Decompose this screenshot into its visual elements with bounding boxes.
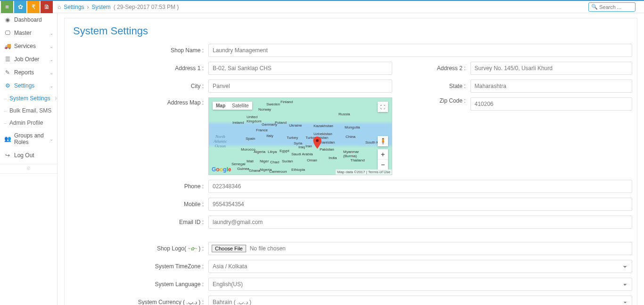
label-currency: System Currency ( .د.ب ) :	[69, 299, 208, 305]
map-zoom-out[interactable]: −	[378, 160, 388, 170]
map-type-tabs: Map Satellite	[213, 102, 252, 110]
choose-file-button[interactable]: Choose File	[212, 245, 246, 252]
input-phone[interactable]	[208, 180, 632, 193]
breadcrumb-settings[interactable]: Settings	[64, 4, 84, 10]
label-address1: Address 1 :	[69, 65, 208, 72]
sidebar-collapse-button[interactable]: ⧀	[0, 164, 57, 174]
label-zip: Zip Code :	[421, 97, 471, 104]
quick-actions: ≡ ✿ ₹ 🗎	[0, 1, 54, 13]
label-city: City :	[69, 83, 208, 89]
chevron-down-icon: ⌄	[50, 44, 53, 49]
main-content: System Settings Shop Name : Address 1 : …	[58, 13, 644, 305]
nav-dashboard[interactable]: ◉Dashboard	[0, 13, 57, 26]
input-city[interactable]	[208, 80, 392, 93]
label-shop-logo: Shop Logo( ~✿~ ) :	[69, 245, 208, 252]
dashboard-icon: ◉	[4, 16, 11, 23]
select-timezone[interactable]: Asia / Kolkata	[208, 260, 632, 273]
label-address2: Address 2 :	[421, 65, 471, 72]
label-timezone: System TimeZone :	[69, 263, 208, 270]
chevron-down-icon: ⌄	[50, 31, 53, 36]
quick-action-3[interactable]: ₹	[27, 1, 40, 13]
search-icon: 🔍	[591, 4, 598, 10]
chevron-down-icon: ⌄	[50, 83, 53, 88]
select-language[interactable]: English(US)	[208, 278, 632, 291]
home-icon[interactable]: ⌂	[58, 4, 61, 10]
sub-admin-profile[interactable]: Admin Profile	[0, 117, 57, 129]
breadcrumb-system[interactable]: System	[92, 4, 111, 10]
gear-icon: ⚙	[4, 82, 11, 89]
truck-icon: 🚚	[4, 43, 11, 49]
nav-joborder[interactable]: ☰Job Order⌄	[0, 53, 57, 66]
label-address-map: Address Map :	[69, 97, 208, 106]
topbar: ≡ ✿ ₹ 🗎 ⌂ Settings › System ( 29-Sep-201…	[0, 0, 644, 13]
map-marker-icon	[313, 136, 320, 143]
edit-icon: ✎	[4, 69, 11, 76]
label-language: System Language :	[69, 281, 208, 288]
nav-settings[interactable]: ⚙Settings⌄	[0, 79, 57, 92]
label-state: State :	[421, 83, 471, 89]
label-mobile: Mobile :	[69, 201, 208, 208]
label-phone: Phone :	[69, 183, 208, 190]
select-currency[interactable]: Bahrain ( .د.ب )	[208, 296, 632, 305]
map-tab-satellite[interactable]: Satellite	[229, 102, 252, 110]
map-zoom-in[interactable]: +	[378, 149, 388, 160]
nav-services[interactable]: 🚚Services⌄	[0, 40, 57, 53]
sidebar: ◉Dashboard 🖵Master⌄ 🚚Services⌄ ☰Job Orde…	[0, 13, 58, 305]
page-title: System Settings	[65, 18, 637, 44]
settings-panel: System Settings Shop Name : Address 1 : …	[64, 18, 637, 305]
sub-system-settings[interactable]: System Settings	[0, 92, 57, 104]
map-attribution: Map data ©2017 | Terms of Use	[336, 169, 392, 175]
nav-master[interactable]: 🖵Master⌄	[0, 26, 57, 40]
input-email[interactable]	[208, 216, 632, 229]
map-fullscreen-button[interactable]: ⛶	[378, 102, 388, 112]
file-status: No file chosen	[250, 245, 286, 252]
input-mobile[interactable]	[208, 198, 632, 211]
chevron-down-icon: ⌄	[50, 136, 53, 142]
chevron-down-icon: ⌄	[50, 70, 53, 75]
input-state[interactable]	[471, 80, 633, 93]
input-address1[interactable]	[208, 62, 392, 75]
label-shop-name: Shop Name :	[69, 47, 208, 54]
address-map[interactable]: NorthAtlanticOcean Iceland Sweden Finlan…	[208, 97, 392, 175]
input-shop-name[interactable]	[208, 44, 632, 57]
logo-thumbnail-icon: ~✿~	[188, 246, 197, 251]
svg-point-0	[316, 139, 319, 142]
nav-groups[interactable]: 👥Groups and Roles⌄	[0, 129, 57, 149]
logout-icon: ↪	[4, 152, 11, 159]
map-zoom-controls: + −	[378, 149, 388, 170]
monitor-icon: 🖵	[4, 30, 11, 36]
sub-bulk-email[interactable]: Bulk Email, SMS	[0, 104, 57, 117]
map-tab-map[interactable]: Map	[213, 102, 229, 110]
quick-action-4[interactable]: 🗎	[41, 1, 53, 13]
quick-action-2[interactable]: ✿	[14, 1, 26, 13]
nav-reports[interactable]: ✎Reports⌄	[0, 66, 57, 79]
nav-logout[interactable]: ↪Log Out	[0, 149, 57, 162]
list-icon: ☰	[4, 56, 11, 63]
breadcrumb: ⌂ Settings › System ( 29-Sep-2017 07:53 …	[58, 4, 179, 10]
map-pegman-icon[interactable]: 🧍	[378, 136, 388, 146]
breadcrumb-timestamp: ( 29-Sep-2017 07:53 PM )	[114, 4, 179, 10]
label-email: Email ID :	[69, 219, 208, 225]
input-address2[interactable]	[471, 62, 633, 75]
settings-submenu: System Settings Bulk Email, SMS Admin Pr…	[0, 92, 57, 129]
search-box: 🔍	[588, 2, 636, 12]
quick-action-1[interactable]: ≡	[1, 1, 13, 13]
google-logo: Google	[212, 166, 231, 173]
input-zip[interactable]	[471, 97, 633, 111]
users-icon: 👥	[4, 136, 11, 142]
chevron-down-icon: ⌄	[50, 57, 53, 62]
map-ocean-label: NorthAtlanticOcean	[214, 135, 227, 149]
